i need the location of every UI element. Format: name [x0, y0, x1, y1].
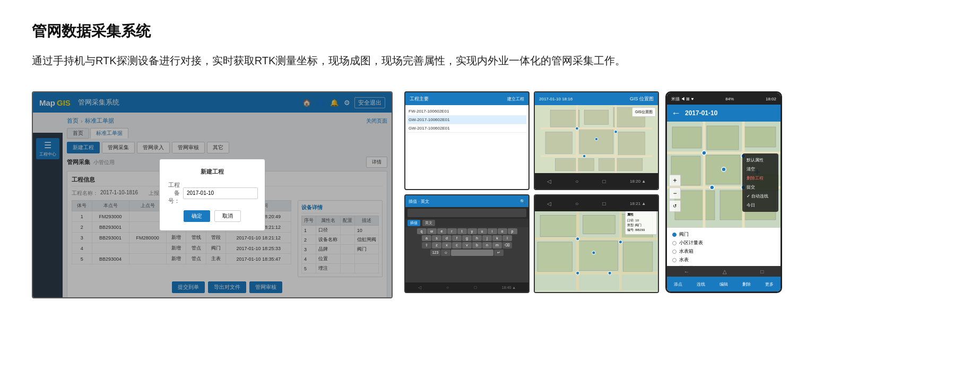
phone-back-button[interactable]: ←	[671, 108, 681, 119]
key-i[interactable]: i	[488, 228, 497, 234]
key-b[interactable]: b	[472, 242, 482, 248]
ctx-delete-project[interactable]: 删除工程	[742, 174, 778, 183]
ts-kb-nav-home[interactable]: ○	[446, 285, 449, 290]
modal-date-input[interactable]	[183, 187, 258, 199]
modal-cancel-button[interactable]: 取消	[214, 210, 241, 222]
svg-rect-23	[623, 242, 652, 271]
key-v[interactable]: v	[462, 242, 472, 248]
key-z[interactable]: z	[432, 242, 441, 248]
svg-rect-5	[579, 130, 613, 154]
ts-map2-panel-row3: 编号: BB293	[627, 228, 655, 233]
key-enter[interactable]: ↵	[494, 250, 504, 256]
ctx-today[interactable]: 今日	[742, 201, 778, 210]
ts-map2-panel-row1: 口径: 10	[627, 218, 655, 223]
legend-meter-box-dot	[672, 241, 677, 245]
svg-rect-35	[707, 126, 739, 150]
key-h[interactable]: h	[472, 235, 482, 241]
ts-kb-footer: ◁ ○ □ 18:40 ▲	[405, 282, 528, 292]
ts-map2-nav-back[interactable]: ◁	[547, 201, 551, 207]
key-d[interactable]: d	[442, 235, 452, 241]
ts-map-time: 18:20 ▲	[630, 179, 646, 184]
key-w[interactable]: w	[427, 228, 437, 234]
key-e[interactable]: e	[437, 228, 447, 234]
key-q[interactable]: q	[417, 228, 427, 234]
key-g[interactable]: g	[462, 235, 472, 241]
key-k[interactable]: k	[492, 235, 502, 241]
ctx-default-attr[interactable]: 默认属性	[742, 156, 778, 165]
ts-map-footer-back[interactable]: ◁	[547, 178, 551, 184]
key-123[interactable]: 123	[430, 250, 441, 256]
key-x[interactable]: x	[442, 242, 452, 248]
new-project-modal: 新建工程 工程备号： 确定 取消	[159, 159, 265, 231]
zoom-out-button[interactable]: −	[669, 187, 681, 199]
ctx-auto-connect[interactable]: ✓ 自动连线	[742, 192, 778, 201]
key-u[interactable]: u	[478, 228, 487, 234]
phone-nav-recent[interactable]: □	[760, 269, 764, 275]
key-c[interactable]: c	[452, 242, 462, 248]
key-a[interactable]: a	[422, 235, 431, 241]
mobile-screenshots: 工程主要 建立工程 FW-2017-100602E01 GW-2017-1006…	[404, 91, 948, 293]
svg-point-28	[576, 237, 579, 241]
ts-kb-tab-insert[interactable]: 插值	[407, 220, 420, 226]
ts-kb-header-text: 插值 · 英文	[409, 199, 429, 204]
phone-statusbar: 米描 ◀ ⊠ ♥ 84% 18:02	[667, 93, 780, 105]
screenshots-row: MapGIS 管网采集系统 🏠 👤 🔔 ⚙ 安全退出 ☰ 工	[32, 91, 948, 298]
list-item-1[interactable]: FW-2017-100602E01	[407, 107, 526, 116]
phone-header-date: 2017-01-10	[685, 109, 717, 117]
phone-nav-home[interactable]: △	[723, 269, 727, 275]
key-backspace[interactable]: ⌫	[502, 242, 512, 248]
phone-time: 18:02	[766, 97, 776, 101]
phone-btn-connect[interactable]: 连线	[697, 281, 705, 287]
key-j[interactable]: j	[482, 235, 492, 241]
ts-kb-tab-english[interactable]: 英文	[422, 220, 435, 226]
key-shift[interactable]: ⇧	[422, 242, 431, 248]
key-r[interactable]: r	[447, 228, 457, 234]
ts-map-content: GIS位置图	[535, 105, 658, 173]
key-t[interactable]: t	[457, 228, 467, 234]
key-o[interactable]: o	[498, 228, 507, 234]
list-item-3-id: GW-2017-100602E01	[409, 126, 450, 131]
ts-map-title: GIS 位置图	[630, 96, 654, 102]
ts-map2-nav-menu[interactable]: □	[603, 201, 606, 207]
key-space[interactable]	[451, 250, 493, 256]
key-l[interactable]: l	[502, 235, 512, 241]
modal-ok-button[interactable]: 确定	[184, 210, 210, 222]
ctx-submit[interactable]: 提交	[742, 183, 778, 192]
phone-btn-delete[interactable]: 删除	[742, 281, 751, 287]
ts-map2-nav-home[interactable]: ○	[575, 201, 578, 207]
modal-buttons: 确定 取消	[168, 210, 256, 222]
key-p[interactable]: p	[508, 228, 517, 234]
legend-meter-box-label: 小区计量表	[679, 239, 703, 246]
zoom-in-button[interactable]: +	[669, 175, 681, 186]
key-f[interactable]: f	[452, 235, 462, 241]
list-item-3[interactable]: GW-2017-100602E01	[407, 124, 526, 133]
phone-btn-more[interactable]: 更多	[765, 281, 774, 287]
svg-rect-22	[578, 241, 618, 270]
legend-water-box: 水表箱	[672, 248, 775, 255]
phone-nav-back[interactable]: ←	[684, 269, 689, 275]
phone-btn-add-point[interactable]: 添点	[674, 281, 682, 287]
key-y[interactable]: y	[467, 228, 477, 234]
svg-rect-8	[599, 159, 643, 171]
ts-map-footer-menu[interactable]: □	[603, 178, 606, 184]
svg-point-46	[702, 151, 706, 155]
ts-map-area: 2017-01-10 18:16 GIS 位置图	[535, 92, 658, 189]
refresh-button[interactable]: ↺	[669, 200, 681, 212]
list-item-2[interactable]: GW-2017-100602E01	[407, 116, 526, 124]
ctx-clear[interactable]: 清空	[742, 165, 778, 174]
ts-kb-input[interactable]	[407, 209, 526, 217]
ts-map-header: 2017-01-10 18:16 GIS 位置图	[535, 92, 658, 105]
key-n[interactable]: n	[482, 242, 492, 248]
phone-map: 默认属性 清空 删除工程 提交 ✓ 自动连线 今日 + − ↺	[667, 122, 780, 228]
key-m[interactable]: m	[492, 242, 502, 248]
ts-map2-panel-row2: 类型: 阀门	[627, 223, 655, 228]
ts-map-footer-home[interactable]: ○	[575, 178, 578, 184]
key-s[interactable]: s	[432, 235, 441, 241]
ts-kb-nav-back[interactable]: ◁	[418, 285, 421, 290]
legend-meter-box: 小区计量表	[672, 239, 775, 246]
ts-kb-rows: q w e r t y u i o p a	[405, 227, 528, 282]
ts-kb-nav-menu[interactable]: □	[474, 285, 477, 290]
phone-btn-edit[interactable]: 编辑	[719, 281, 728, 287]
key-emoji[interactable]: ☺	[441, 250, 450, 256]
ts-map2-time: 18:21 ▲	[630, 201, 646, 206]
